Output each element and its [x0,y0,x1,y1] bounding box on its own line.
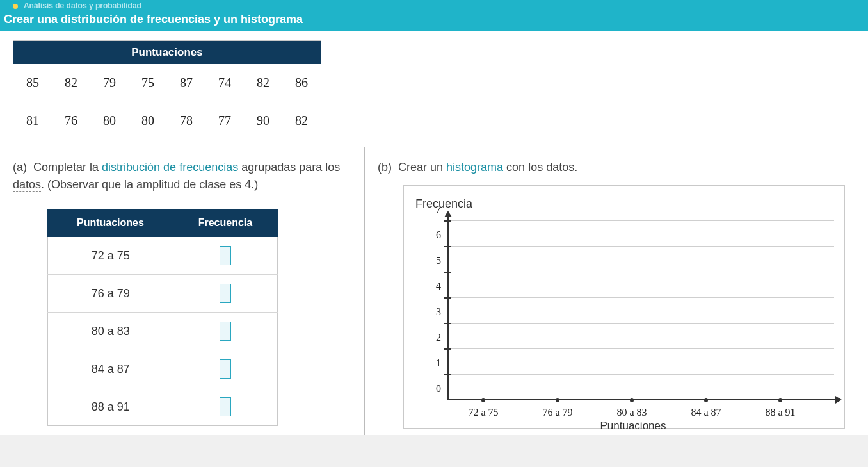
y-tick-label: 4 [430,281,441,292]
frequency-input[interactable] [220,322,231,341]
x-tick-label: 80 a 83 [597,407,667,418]
score-cell: 82 [244,64,282,102]
grid-line [447,374,834,375]
score-cell: 76 [52,102,90,140]
range-cell: 80 a 83 [48,313,173,350]
x-tick [704,398,708,402]
table-row: 85 82 79 75 87 74 82 86 [13,64,321,102]
chart-plot-area[interactable]: Puntuaciones 0123456772 a 7576 a 7980 a … [432,215,834,400]
x-tick [630,398,634,402]
grid-line [447,272,834,272]
text-fragment: Completar la [33,161,102,174]
y-tick [444,297,451,299]
y-tick-label: 2 [430,332,441,343]
content-area: Puntuaciones 85 82 79 75 87 74 82 86 81 … [0,31,868,435]
x-tick-label: 84 a 87 [671,407,741,418]
range-cell: 72 a 75 [48,237,173,275]
y-tick [444,246,451,247]
score-cell: 90 [244,102,282,140]
range-cell: 88 a 91 [48,388,173,426]
score-cell: 77 [205,102,244,140]
score-cell: 82 [282,102,321,140]
score-cell: 81 [13,102,52,140]
text-fragment: Crear un [398,161,446,174]
score-cell: 78 [167,102,205,140]
question-marker: (b) [378,161,392,174]
score-cell: 85 [13,64,52,102]
y-tick [444,220,451,222]
scores-header: Puntuaciones [13,41,321,64]
score-cell: 80 [90,102,129,140]
text-fragment: con los datos. [503,161,577,174]
page-title: Crear una distribución de frecuencias y … [4,10,864,31]
x-tick-label: 72 a 75 [448,407,518,418]
score-cell: 80 [129,102,167,140]
y-tick-label: 6 [430,229,441,241]
panel-b: (b) Crear un histograma con los datos. F… [365,147,868,435]
grid-line [447,246,834,247]
glossary-term[interactable]: histograma [446,161,503,174]
y-tick [444,272,451,273]
frequency-input[interactable] [220,397,231,416]
table-row: 76 a 79 [48,275,278,313]
glossary-term[interactable]: distribución de frecuencias [102,161,238,174]
score-cell: 87 [167,64,205,102]
text-fragment: agrupadas para los [238,161,340,174]
lesson-header: Análisis de datos y probabilidad Crear u… [0,0,868,31]
frequency-input[interactable] [220,359,231,379]
question-panels: (a) Completar la distribución de frecuen… [0,147,868,435]
grid-line [447,220,834,221]
chart-y-title: Frecuencia [415,197,834,211]
frequency-table: Puntuaciones Frecuencia 72 a 75 76 a 79 … [47,209,278,426]
x-tick-label: 88 a 91 [745,407,816,418]
table-row: 88 a 91 [48,388,278,426]
range-cell: 76 a 79 [48,275,173,313]
score-cell: 74 [205,64,244,102]
score-cell: 86 [282,64,321,102]
scores-section: Puntuaciones 85 82 79 75 87 74 82 86 81 … [0,34,868,147]
text-fragment: . (Observar que la amplitud de clase es … [41,178,258,191]
y-axis [447,215,449,400]
x-tick-label: 76 a 79 [522,407,593,418]
y-tick-label: 0 [430,383,441,395]
grid-line [447,323,834,324]
question-marker: (a) [13,161,27,174]
x-tick [481,398,485,402]
frequency-input[interactable] [220,284,231,303]
score-cell: 82 [52,64,90,102]
frequency-input[interactable] [220,246,231,265]
freq-col-freq: Frecuencia [173,209,277,237]
y-tick [444,323,451,324]
y-tick-label: 3 [430,306,441,318]
question-a-text: (a) Completar la distribución de frecuen… [13,159,351,193]
y-tick-label: 5 [430,255,441,266]
y-tick [444,348,451,350]
y-tick [444,374,451,375]
x-tick [556,398,559,402]
glossary-term[interactable]: datos [13,178,41,192]
grid-line [447,348,834,349]
y-tick-label: 1 [430,357,441,369]
question-b-text: (b) Crear un histograma con los datos. [378,159,855,176]
range-cell: 84 a 87 [48,350,173,388]
table-row: 81 76 80 80 78 77 90 82 [13,102,321,140]
breadcrumb: Análisis de datos y probabilidad [4,0,864,10]
table-row: 84 a 87 [48,350,278,388]
freq-col-scores: Puntuaciones [48,209,173,237]
panel-a: (a) Completar la distribución de frecuen… [0,147,365,435]
y-tick-label: 7 [430,204,441,215]
breadcrumb-text: Análisis de datos y probabilidad [24,1,141,10]
x-tick [778,398,782,402]
table-row: 80 a 83 [48,313,278,350]
histogram-chart[interactable]: Frecuencia Puntuaciones 0123456772 a 757… [403,185,845,429]
score-cell: 75 [129,64,167,102]
table-row: 72 a 75 [48,237,278,275]
scores-table: Puntuaciones 85 82 79 75 87 74 82 86 81 … [13,40,321,140]
chart-x-title: Puntuaciones [432,420,834,432]
breadcrumb-dot-icon [13,4,18,9]
score-cell: 79 [90,64,129,102]
x-axis-arrow-icon [835,396,842,404]
grid-line [447,297,834,298]
